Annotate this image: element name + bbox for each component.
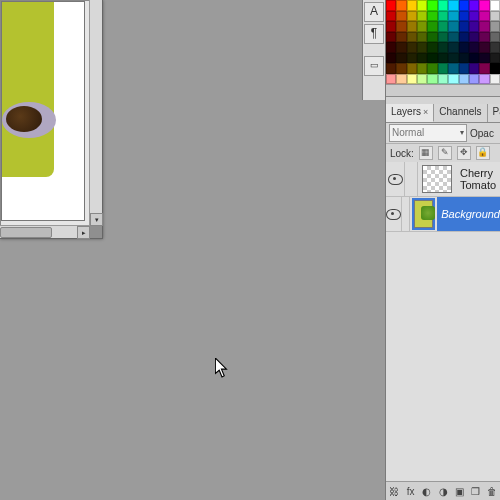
swatch[interactable] — [490, 63, 500, 74]
swatch[interactable] — [459, 21, 469, 32]
swatch[interactable] — [396, 53, 406, 64]
swatch[interactable] — [490, 11, 500, 22]
swatch[interactable] — [490, 53, 500, 64]
layer-thumbnail[interactable] — [422, 165, 452, 193]
swatch[interactable] — [386, 53, 396, 64]
swatch[interactable] — [490, 74, 500, 85]
swatch[interactable] — [479, 21, 489, 32]
swatch[interactable] — [469, 74, 479, 85]
swatch[interactable] — [479, 0, 489, 11]
swatch[interactable] — [448, 53, 458, 64]
swatch[interactable] — [386, 21, 396, 32]
layer-thumbnail[interactable] — [414, 200, 433, 228]
swatch[interactable] — [417, 11, 427, 22]
swatch[interactable] — [448, 42, 458, 53]
visibility-toggle[interactable] — [386, 197, 402, 231]
horizontal-scrollbar[interactable]: ▸ — [0, 225, 90, 238]
swatch[interactable] — [396, 74, 406, 85]
fx-icon[interactable]: fx — [406, 485, 415, 498]
lock-transparent-icon[interactable]: ▦ — [419, 146, 433, 160]
swatch[interactable] — [438, 11, 448, 22]
swatch[interactable] — [386, 42, 396, 53]
swatch[interactable] — [438, 0, 448, 11]
swatch[interactable] — [448, 0, 458, 11]
swatch[interactable] — [427, 42, 437, 53]
swatch[interactable] — [469, 32, 479, 43]
h-scroll-thumb[interactable] — [0, 227, 52, 238]
swatch[interactable] — [438, 53, 448, 64]
mask-icon[interactable]: ◐ — [422, 485, 431, 498]
swatch[interactable] — [448, 32, 458, 43]
swatch[interactable] — [448, 21, 458, 32]
tab-channels[interactable]: Channels — [434, 104, 487, 122]
swatch[interactable] — [396, 21, 406, 32]
lock-position-icon[interactable]: ✥ — [457, 146, 471, 160]
type-tool-icon[interactable]: A — [364, 2, 384, 22]
swatch[interactable] — [396, 32, 406, 43]
swatch[interactable] — [459, 74, 469, 85]
panel-menu-icon[interactable]: ▭ — [364, 56, 384, 76]
link-icon[interactable]: ⛓ — [389, 485, 399, 498]
h-scroll-right-arrow[interactable]: ▸ — [77, 226, 90, 239]
visibility-toggle[interactable] — [386, 162, 405, 196]
blend-mode-select[interactable]: Normal ▾ — [389, 124, 467, 142]
swatch[interactable] — [427, 53, 437, 64]
swatch[interactable] — [407, 74, 417, 85]
link-column[interactable] — [405, 162, 418, 196]
swatch[interactable] — [459, 63, 469, 74]
layer-name[interactable]: Background — [437, 197, 500, 231]
swatch-scrollbar[interactable] — [386, 84, 500, 96]
swatch[interactable] — [396, 11, 406, 22]
swatch[interactable] — [479, 11, 489, 22]
swatch[interactable] — [490, 32, 500, 43]
swatch[interactable] — [490, 21, 500, 32]
layer-name[interactable]: Cherry Tomato — [456, 162, 500, 196]
swatch[interactable] — [417, 21, 427, 32]
swatch[interactable] — [417, 42, 427, 53]
swatch[interactable] — [417, 0, 427, 11]
swatch[interactable] — [438, 63, 448, 74]
swatch[interactable] — [407, 63, 417, 74]
swatch[interactable] — [386, 74, 396, 85]
swatch[interactable] — [469, 53, 479, 64]
swatch[interactable] — [448, 74, 458, 85]
close-icon[interactable]: × — [423, 107, 428, 117]
swatch[interactable] — [417, 53, 427, 64]
group-icon[interactable]: ▣ — [455, 485, 464, 498]
swatch[interactable] — [407, 32, 417, 43]
swatch[interactable] — [479, 53, 489, 64]
tab-layers[interactable]: Layers× — [386, 104, 434, 122]
link-column[interactable] — [402, 197, 410, 231]
swatch[interactable] — [469, 0, 479, 11]
swatch[interactable] — [386, 63, 396, 74]
swatch[interactable] — [427, 74, 437, 85]
swatch[interactable] — [407, 11, 417, 22]
swatch[interactable] — [459, 42, 469, 53]
layer-row[interactable]: Background — [386, 197, 500, 232]
swatch[interactable] — [396, 42, 406, 53]
swatch[interactable] — [417, 63, 427, 74]
swatch[interactable] — [438, 32, 448, 43]
paragraph-icon[interactable]: ¶ — [364, 24, 384, 44]
swatch[interactable] — [427, 0, 437, 11]
swatch[interactable] — [438, 21, 448, 32]
swatch[interactable] — [479, 42, 489, 53]
swatch[interactable] — [490, 0, 500, 11]
swatch[interactable] — [417, 32, 427, 43]
swatch[interactable] — [459, 11, 469, 22]
swatch-grid[interactable] — [386, 0, 500, 84]
swatch[interactable] — [427, 11, 437, 22]
swatch[interactable] — [407, 42, 417, 53]
canvas[interactable] — [1, 1, 85, 221]
swatch[interactable] — [386, 32, 396, 43]
swatch[interactable] — [479, 63, 489, 74]
swatch[interactable] — [459, 53, 469, 64]
swatch[interactable] — [469, 42, 479, 53]
vertical-scrollbar[interactable]: ▾ — [89, 0, 102, 226]
swatch[interactable] — [386, 11, 396, 22]
swatch[interactable] — [438, 42, 448, 53]
new-layer-icon[interactable]: ❐ — [471, 485, 480, 498]
trash-icon[interactable]: 🗑 — [487, 485, 497, 498]
swatch[interactable] — [459, 0, 469, 11]
swatch[interactable] — [479, 74, 489, 85]
